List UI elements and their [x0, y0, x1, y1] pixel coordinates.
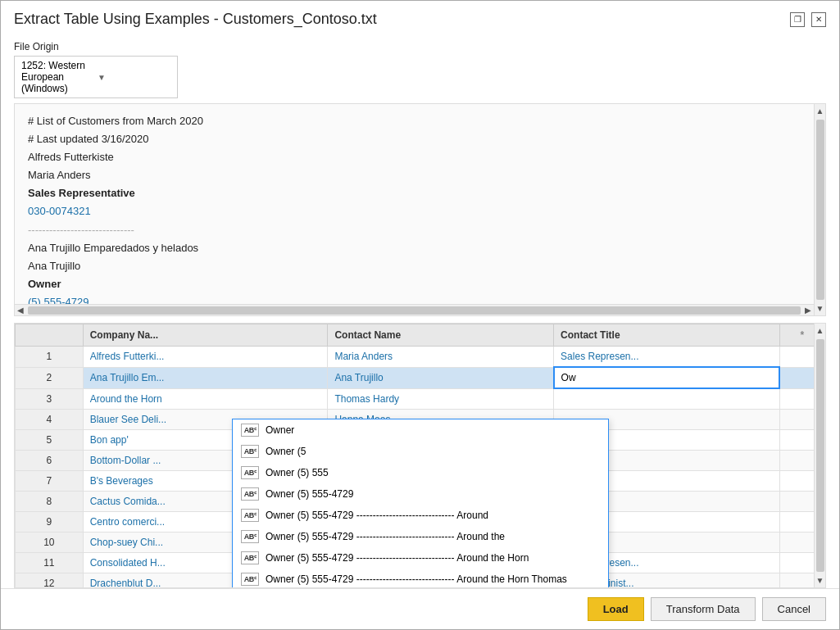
table-cell-rownum: 11: [16, 552, 84, 573]
autocomplete-dropdown[interactable]: ABᶜOwnerABᶜOwner (5ABᶜOwner (5) 555ABᶜOw…: [232, 419, 609, 588]
table-area: Company Na... Contact Name Contact Title…: [14, 323, 826, 588]
dropdown-item[interactable]: ABᶜOwner (5) 555-4729 ------------------…: [233, 547, 608, 569]
dropdown-item[interactable]: ABᶜOwner: [233, 419, 608, 441]
file-origin-arrow-icon: ▼: [98, 73, 170, 82]
dropdown-item[interactable]: ABᶜOwner (5) 555-4729 ------------------…: [233, 569, 608, 588]
scroll-up-arrow-icon[interactable]: ▲: [815, 104, 825, 118]
table-cell-rownum: 10: [16, 532, 84, 552]
table-cell-rownum: 3: [16, 388, 84, 409]
scroll-left-arrow-icon[interactable]: ◀: [15, 306, 26, 315]
scroll-thumb-h[interactable]: [28, 306, 801, 315]
load-button[interactable]: Load: [588, 597, 644, 621]
abc-type-icon: ABᶜ: [241, 509, 259, 522]
file-origin-label: File Origin: [14, 41, 826, 52]
table-row[interactable]: 2Ana Trujillo Em...Ana Trujillo: [16, 367, 825, 388]
footer-bar: Load Transform Data Cancel: [1, 588, 839, 629]
cell-edit-input[interactable]: [561, 372, 773, 383]
table-cell-title[interactable]: [554, 388, 780, 409]
file-origin-section: File Origin 1252: Western European (Wind…: [14, 34, 826, 103]
preview-line: ------------------------------: [28, 221, 812, 239]
table-scroll-up-icon[interactable]: ▲: [815, 324, 825, 338]
preview-line: Owner: [28, 275, 812, 293]
scroll-down-arrow-icon[interactable]: ▼: [815, 301, 825, 315]
preview-scrollbar-v[interactable]: ▲ ▼: [814, 104, 825, 315]
scroll-right-arrow-icon[interactable]: ▶: [802, 306, 814, 315]
window-controls: ❐ ✕: [790, 12, 826, 27]
table-scroll-down-icon[interactable]: ▼: [815, 573, 825, 587]
abc-type-icon: ABᶜ: [241, 445, 259, 458]
table-cell-rownum: 8: [16, 491, 84, 511]
dropdown-item-label: Owner (5) 555-4729 ---------------------…: [266, 573, 567, 585]
title-bar: Extract Table Using Examples - Customers…: [1, 1, 839, 34]
abc-type-icon: ABᶜ: [241, 530, 259, 543]
dropdown-item[interactable]: ABᶜOwner (5) 555-4729: [233, 483, 608, 505]
preview-area: # List of Customers from March 2020# Las…: [14, 103, 826, 316]
table-cell-title[interactable]: [554, 367, 780, 388]
preview-scroll[interactable]: # List of Customers from March 2020# Las…: [15, 104, 825, 315]
transform-data-button[interactable]: Transform Data: [651, 597, 756, 621]
table-scrollbar-v[interactable]: ▲ ▼: [814, 324, 825, 587]
dropdown-item-label: Owner (5: [266, 446, 306, 457]
table-row[interactable]: 3Around the HornThomas Hardy: [16, 388, 825, 409]
abc-type-icon: ABᶜ: [241, 551, 259, 564]
preview-line: Maria Anders: [28, 166, 812, 184]
dropdown-item-label: Owner (5) 555: [266, 467, 329, 478]
table-cell-company[interactable]: Alfreds Futterki...: [83, 347, 328, 368]
close-button[interactable]: ✕: [811, 12, 826, 27]
table-cell-rownum: 9: [16, 511, 84, 532]
abc-type-icon: ABᶜ: [241, 573, 259, 586]
preview-line: Sales Representative: [28, 184, 812, 202]
preview-line: Ana Trujillo Emparedados y helados: [28, 239, 812, 257]
col-header-contact[interactable]: Contact Name: [328, 324, 554, 347]
table-cell-rownum: 7: [16, 470, 84, 491]
table-cell-rownum: 5: [16, 429, 84, 450]
preview-scrollbar-h[interactable]: ◀ ▶: [15, 304, 814, 315]
dropdown-item-label: Owner (5) 555-4729 ---------------------…: [266, 510, 488, 521]
dropdown-item[interactable]: ABᶜOwner (5) 555-4729 ------------------…: [233, 526, 608, 547]
table-scroll-thumb[interactable]: [816, 339, 824, 572]
table-cell-company[interactable]: Ana Trujillo Em...: [83, 367, 328, 388]
table-cell-rownum: 1: [16, 347, 84, 368]
table-cell-contact[interactable]: Maria Anders: [328, 347, 554, 368]
preview-line: 030-0074321: [28, 202, 812, 220]
dropdown-item[interactable]: ABᶜOwner (5) 555: [233, 462, 608, 483]
scroll-thumb-v[interactable]: [816, 120, 824, 300]
table-cell-company[interactable]: Around the Horn: [83, 388, 328, 409]
table-cell-rownum: 2: [16, 367, 84, 388]
preview-line: Ana Trujillo: [28, 257, 812, 275]
table-cell-contact[interactable]: Ana Trujillo: [328, 367, 554, 388]
dropdown-item[interactable]: ABᶜOwner (5: [233, 441, 608, 462]
table-cell-rownum: 6: [16, 450, 84, 470]
col-header-rownum: [16, 324, 84, 347]
cancel-button[interactable]: Cancel: [762, 597, 826, 621]
preview-line: # List of Customers from March 2020: [28, 112, 812, 130]
col-header-title[interactable]: Contact Title: [554, 324, 780, 347]
file-origin-dropdown[interactable]: 1252: Western European (Windows) ▼: [14, 56, 178, 98]
preview-line: # Last updated 3/16/2020: [28, 130, 812, 148]
abc-type-icon: ABᶜ: [241, 466, 259, 479]
abc-type-icon: ABᶜ: [241, 487, 259, 501]
dropdown-item-label: Owner (5) 555-4729 ---------------------…: [266, 531, 505, 542]
main-dialog: Extract Table Using Examples - Customers…: [0, 0, 840, 630]
content-area: File Origin 1252: Western European (Wind…: [1, 34, 839, 588]
dropdown-item[interactable]: ABᶜOwner (5) 555-4729 ------------------…: [233, 505, 608, 526]
restore-button[interactable]: ❐: [790, 12, 805, 27]
table-cell-title[interactable]: Sales Represen...: [554, 347, 780, 368]
dropdown-item-label: Owner: [266, 424, 294, 436]
col-header-company[interactable]: Company Na...: [83, 324, 328, 347]
table-cell-contact[interactable]: Thomas Hardy: [328, 388, 554, 409]
dialog-title: Extract Table Using Examples - Customers…: [14, 11, 377, 28]
abc-type-icon: ABᶜ: [241, 424, 259, 437]
dropdown-item-label: Owner (5) 555-4729 ---------------------…: [266, 552, 529, 564]
preview-line: Alfreds Futterkiste: [28, 148, 812, 166]
file-origin-value: 1252: Western European (Windows): [21, 60, 94, 94]
table-cell-rownum: 4: [16, 409, 84, 429]
table-row[interactable]: 1Alfreds Futterki...Maria AndersSales Re…: [16, 347, 825, 368]
table-cell-rownum: 12: [16, 573, 84, 587]
dropdown-item-label: Owner (5) 555-4729: [266, 488, 353, 500]
